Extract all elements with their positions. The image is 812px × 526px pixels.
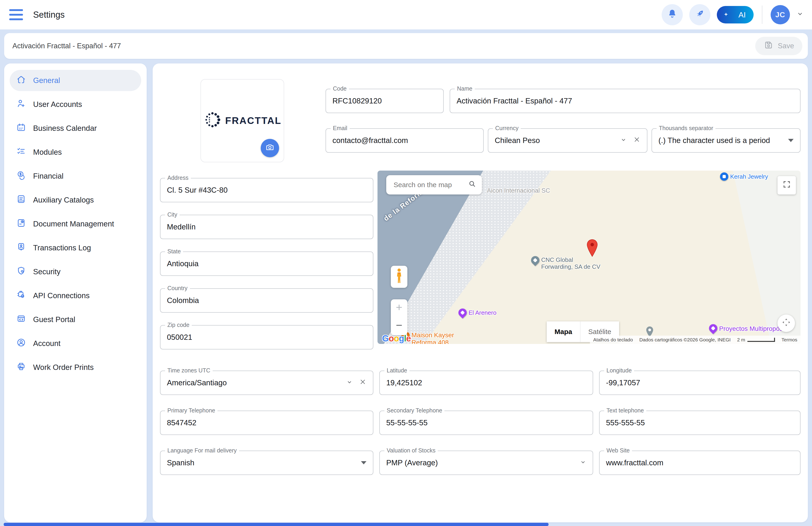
scale-bar (748, 338, 775, 342)
sidebar-item-modules[interactable]: Modules (10, 142, 141, 163)
latitude-input[interactable] (380, 378, 593, 387)
pan-control[interactable] (778, 315, 795, 332)
sidebar-item-label: Modules (33, 148, 62, 157)
avatar[interactable]: JC (771, 5, 790, 24)
city-field[interactable]: City (160, 215, 373, 239)
sidebar-item-business-calendar[interactable]: Business Calendar (10, 118, 141, 139)
address-field[interactable]: Address (160, 178, 373, 202)
timezone-label: Time zones UTC (165, 367, 213, 374)
chevron-down-icon[interactable] (346, 379, 353, 387)
terms-link[interactable]: Termos (778, 336, 800, 344)
keyboard-shortcuts-button[interactable]: Atalhos do teclado (590, 336, 636, 344)
zip-code-input[interactable] (160, 333, 373, 341)
poi-proyectos-multiproposito[interactable]: Proyectos Multipropósito (709, 324, 790, 333)
sidebar-item-financial[interactable]: Financial (10, 165, 141, 187)
email-field[interactable]: Email (325, 128, 484, 153)
dropdown-caret-icon[interactable] (361, 461, 366, 464)
document-clock-icon (16, 218, 26, 230)
save-button[interactable]: Save (755, 37, 802, 55)
website-label: Web Site (604, 448, 632, 454)
sidebar-item-work-order-prints[interactable]: Work Order Prints (10, 357, 141, 378)
search-icon[interactable] (468, 180, 476, 190)
google-logo[interactable]: Google (382, 334, 411, 344)
longitude-input[interactable] (599, 378, 800, 387)
code-field[interactable]: Code (325, 89, 444, 113)
sidebar-item-guest-portal[interactable]: Guest Portal (10, 309, 141, 330)
poi-kerah-jewelry[interactable]: Kerah Jewelry (720, 172, 768, 181)
stock-valuation-label: Valuation of Stocks (385, 448, 438, 454)
country-field[interactable]: Country (160, 288, 373, 313)
notifications-button[interactable] (662, 4, 683, 25)
sidebar-item-general[interactable]: General (10, 70, 141, 91)
checklist-icon (16, 146, 26, 158)
chevron-down-icon[interactable] (620, 136, 627, 145)
map-search-box[interactable] (386, 175, 482, 194)
rocket-icon (694, 8, 705, 21)
clear-icon[interactable] (359, 378, 366, 388)
thousands-separator-field[interactable]: Thousands separator (.) The character us… (652, 128, 800, 153)
ai-label: AI (738, 10, 746, 19)
sidebar-item-security[interactable]: Security (10, 261, 141, 282)
save-icon (764, 40, 773, 52)
stock-valuation-value: PMP (Average) (380, 458, 580, 467)
stock-valuation-field[interactable]: Valuation of Stocks PMP (Average) (379, 451, 593, 475)
sidebar-item-auxiliary-catalogs[interactable]: Auxiliary Catalogs (10, 189, 141, 210)
business-poi-icon (530, 254, 541, 266)
zoom-out-button[interactable] (395, 321, 403, 331)
thousands-separator-value: (.) The character used is a period (652, 136, 788, 145)
map-view-button[interactable]: Mapa (547, 321, 580, 342)
name-field[interactable]: Name (450, 89, 800, 113)
dropdown-caret-icon[interactable] (788, 139, 794, 142)
mail-language-label: Language For mail delivery (165, 448, 239, 454)
fullscreen-button[interactable] (778, 176, 796, 194)
sidebar-item-label: Security (33, 267, 60, 276)
name-input[interactable] (450, 97, 800, 105)
chevron-down-icon[interactable] (796, 10, 804, 19)
ai-assistant-button[interactable]: AI (717, 6, 754, 24)
mail-language-field[interactable]: Language For mail delivery Spanish (160, 451, 373, 475)
primary-telephone-field[interactable]: Primary Telephone (160, 411, 373, 435)
four-way-arrows-icon (781, 317, 791, 329)
secondary-telephone-field[interactable]: Secondary Telephone (379, 411, 593, 435)
text-telephone-label: Text telephone (604, 407, 646, 414)
country-input[interactable] (160, 296, 373, 305)
chevron-down-icon[interactable] (580, 459, 586, 467)
currency-field[interactable]: Currency Chilean Peso (488, 128, 648, 153)
email-input[interactable] (326, 136, 483, 145)
timezone-field[interactable]: Time zones UTC America/Santiago (160, 370, 373, 395)
company-logo-card: FRACTTAL (201, 79, 284, 162)
zoom-in-button[interactable] (395, 303, 403, 313)
website-input[interactable] (599, 458, 800, 467)
secondary-telephone-input[interactable] (380, 419, 593, 427)
map-search-input[interactable] (393, 180, 468, 189)
text-telephone-field[interactable]: Text telephone (599, 411, 800, 435)
sidebar-item-document-management[interactable]: Document Management (10, 213, 141, 234)
bottom-scrollbar[interactable] (4, 523, 549, 526)
code-input[interactable] (326, 97, 443, 105)
sidebar-item-account[interactable]: Account (10, 333, 141, 354)
menu-icon[interactable] (9, 9, 23, 20)
clear-icon[interactable] (633, 136, 640, 145)
sidebar-item-label: Auxiliary Catalogs (33, 196, 94, 204)
latitude-field[interactable]: Latitude (379, 370, 593, 395)
sidebar-item-user-accounts[interactable]: User Accounts (10, 94, 141, 115)
state-field[interactable]: State (160, 251, 373, 276)
city-input[interactable] (160, 222, 373, 231)
text-telephone-input[interactable] (599, 419, 800, 427)
location-marker-icon[interactable] (585, 239, 599, 260)
primary-telephone-input[interactable] (160, 419, 373, 427)
fracttal-wordmark: FRACTTAL (225, 115, 281, 126)
google-map[interactable]: de la Reforma Aicon Internacional SC Ker… (377, 171, 800, 344)
zip-code-field[interactable]: Zip code (160, 325, 373, 349)
address-input[interactable] (160, 186, 373, 194)
change-photo-button[interactable] (261, 139, 279, 157)
website-field[interactable]: Web Site (599, 451, 800, 475)
sidebar-item-label: Transactions Log (33, 244, 91, 252)
launch-button[interactable] (689, 4, 710, 25)
state-input[interactable] (160, 259, 373, 268)
sidebar-item-transactions-log[interactable]: Transactions Log (10, 237, 141, 259)
sidebar-item-api-connections[interactable]: API Connections (10, 285, 141, 306)
longitude-field[interactable]: Longitude (599, 370, 800, 395)
poi-el-arenero[interactable]: El Arenero (459, 308, 496, 317)
pegman-control[interactable] (391, 266, 407, 288)
